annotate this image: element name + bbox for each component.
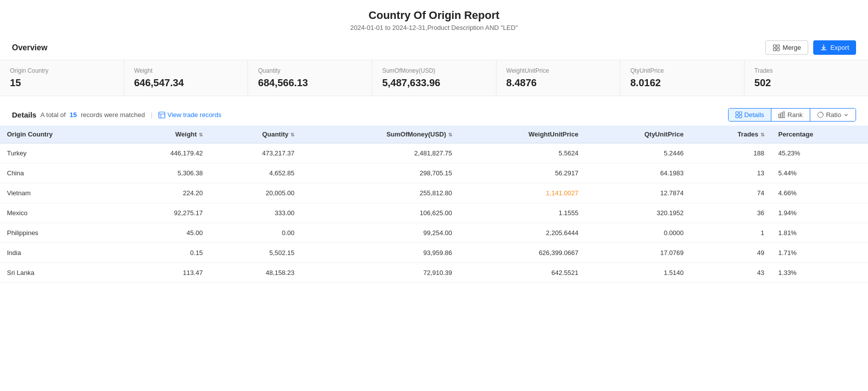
table-row: Philippines45.000.0099,254.002,205.64440… bbox=[0, 223, 868, 243]
view-btn-rank[interactable]: Rank bbox=[771, 109, 810, 121]
view-link-text: View trade records bbox=[167, 111, 221, 119]
summary-card-label: Weight bbox=[134, 67, 238, 74]
cell-origin_country: Sri Lanka bbox=[0, 263, 118, 283]
view-btn-details[interactable]: Details bbox=[729, 109, 772, 121]
svg-rect-13 bbox=[783, 112, 785, 118]
cell-percentage: 5.44% bbox=[771, 163, 868, 183]
col-header-weight_unit_price: WeightUnitPrice bbox=[459, 126, 586, 143]
chevron-down-icon bbox=[844, 113, 849, 118]
cell-quantity: 333.00 bbox=[210, 203, 301, 223]
cell-weight_unit_price: 642.5521 bbox=[459, 263, 586, 283]
page-subtitle: 2024-01-01 to 2024-12-31,Product Descrip… bbox=[0, 24, 868, 31]
cell-percentage: 45.23% bbox=[771, 143, 868, 163]
merge-label: Merge bbox=[783, 44, 801, 51]
rank-icon bbox=[778, 112, 785, 118]
cell-origin_country: Philippines bbox=[0, 223, 118, 243]
table-icon bbox=[158, 112, 165, 119]
cell-weight_unit_price: 1,141.0027 bbox=[459, 183, 586, 203]
cell-sum_of_money: 298,705.15 bbox=[301, 163, 459, 183]
details-left: Details A total of 15 records were match… bbox=[12, 111, 221, 119]
summary-card-label: Trades bbox=[754, 67, 858, 74]
col-header-qty_unit_price: QtyUnitPrice bbox=[585, 126, 690, 143]
cell-quantity: 473,217.37 bbox=[210, 143, 301, 163]
col-header-trades[interactable]: Trades⇅ bbox=[691, 126, 771, 143]
overview-label: Overview bbox=[12, 43, 47, 52]
cell-sum_of_money: 106,625.00 bbox=[301, 203, 459, 223]
svg-rect-9 bbox=[736, 116, 738, 118]
overview-bar: Overview Merge Export bbox=[0, 35, 868, 60]
table-row: Vietnam224.2020,005.00255,812.801,141.00… bbox=[0, 183, 868, 203]
summary-card-label: WeightUnitPrice bbox=[506, 67, 610, 74]
cell-weight: 92,275.17 bbox=[118, 203, 210, 223]
cell-quantity: 0.00 bbox=[210, 223, 301, 243]
summary-card: Quantity684,566.13 bbox=[248, 60, 372, 96]
svg-rect-2 bbox=[773, 48, 776, 51]
summary-card-value: 15 bbox=[10, 77, 114, 89]
cell-weight: 5,306.38 bbox=[118, 163, 210, 183]
svg-rect-7 bbox=[736, 112, 738, 115]
svg-rect-8 bbox=[739, 112, 742, 115]
cell-percentage: 1.33% bbox=[771, 263, 868, 283]
cell-percentage: 1.81% bbox=[771, 223, 868, 243]
view-toggle: DetailsRankRatio bbox=[728, 108, 856, 122]
view-btn-ratio[interactable]: Ratio bbox=[810, 109, 856, 121]
page-title: Country Of Origin Report bbox=[0, 9, 868, 22]
col-header-weight[interactable]: Weight⇅ bbox=[118, 126, 210, 143]
summary-card: Origin Country15 bbox=[0, 60, 124, 96]
cell-origin_country: Vietnam bbox=[0, 183, 118, 203]
svg-rect-3 bbox=[777, 48, 779, 51]
col-header-sum_of_money[interactable]: SumOfMoney(USD)⇅ bbox=[301, 126, 459, 143]
cell-trades: 74 bbox=[691, 183, 771, 203]
col-header-quantity[interactable]: Quantity⇅ bbox=[210, 126, 301, 143]
summary-card: SumOfMoney(USD)5,487,633.96 bbox=[372, 60, 496, 96]
summary-card-value: 8.0162 bbox=[630, 77, 734, 89]
cell-weight_unit_price: 2,205.6444 bbox=[459, 223, 586, 243]
summary-card-value: 646,547.34 bbox=[134, 77, 238, 89]
summary-card: QtyUnitPrice8.0162 bbox=[620, 60, 744, 96]
view-trade-records-link[interactable]: View trade records bbox=[158, 111, 221, 119]
cell-percentage: 1.71% bbox=[771, 243, 868, 263]
svg-rect-11 bbox=[779, 114, 780, 118]
summary-card-value: 5,487,633.96 bbox=[382, 77, 486, 89]
cell-qty_unit_price: 0.0000 bbox=[585, 223, 690, 243]
cell-trades: 13 bbox=[691, 163, 771, 183]
col-header-origin_country: Origin Country bbox=[0, 126, 118, 143]
cell-trades: 43 bbox=[691, 263, 771, 283]
sort-icon: ⇅ bbox=[290, 132, 294, 137]
cell-weight: 0.15 bbox=[118, 243, 210, 263]
ratio-icon bbox=[817, 112, 824, 118]
table-row: Sri Lanka113.4748,158.2372,910.39642.552… bbox=[0, 263, 868, 283]
cell-origin_country: India bbox=[0, 243, 118, 263]
cell-weight_unit_price: 5.5624 bbox=[459, 143, 586, 163]
cell-quantity: 4,652.85 bbox=[210, 163, 301, 183]
summary-card-label: QtyUnitPrice bbox=[630, 67, 734, 74]
view-btn-label: Ratio bbox=[826, 111, 841, 119]
cell-trades: 36 bbox=[691, 203, 771, 223]
svg-rect-0 bbox=[773, 45, 776, 47]
records-count: 15 bbox=[70, 111, 77, 119]
table-row: China5,306.384,652.85298,705.1556.291764… bbox=[0, 163, 868, 183]
summary-card-value: 8.4876 bbox=[506, 77, 610, 89]
cell-percentage: 4.66% bbox=[771, 183, 868, 203]
overview-actions: Merge Export bbox=[765, 40, 856, 55]
export-label: Export bbox=[830, 44, 849, 51]
sort-icon: ⇅ bbox=[760, 132, 764, 137]
merge-button[interactable]: Merge bbox=[765, 40, 809, 55]
cell-weight: 113.47 bbox=[118, 263, 210, 283]
sort-icon: ⇅ bbox=[448, 132, 452, 137]
col-header-percentage: Percentage bbox=[771, 126, 868, 143]
export-button[interactable]: Export bbox=[813, 40, 856, 55]
cell-sum_of_money: 99,254.00 bbox=[301, 223, 459, 243]
records-text: A total of bbox=[40, 111, 66, 119]
cell-qty_unit_price: 5.2446 bbox=[585, 143, 690, 163]
cell-qty_unit_price: 64.1983 bbox=[585, 163, 690, 183]
svg-rect-4 bbox=[159, 112, 165, 118]
cell-qty_unit_price: 12.7874 bbox=[585, 183, 690, 203]
summary-card: Weight646,547.34 bbox=[124, 60, 248, 96]
cell-qty_unit_price: 17.0769 bbox=[585, 243, 690, 263]
cell-weight: 446,179.42 bbox=[118, 143, 210, 163]
cell-weight_unit_price: 56.2917 bbox=[459, 163, 586, 183]
svg-rect-10 bbox=[739, 116, 742, 118]
merge-icon bbox=[773, 44, 780, 51]
cell-origin_country: China bbox=[0, 163, 118, 183]
